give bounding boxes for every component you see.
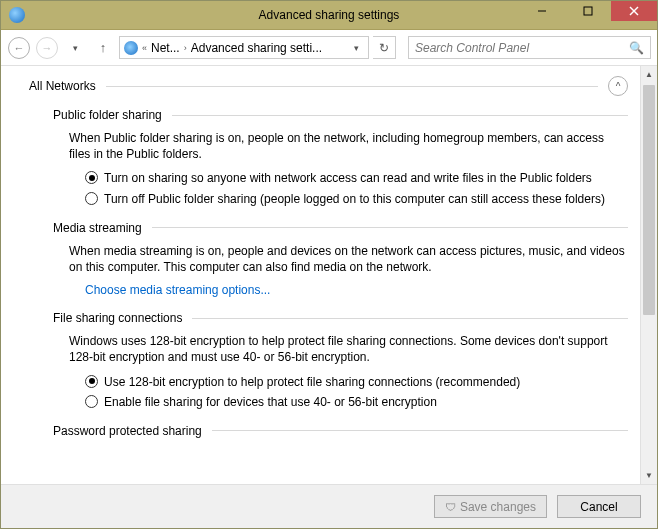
media-streaming-options-link[interactable]: Choose media streaming options... [85,283,628,297]
heading-text: Password protected sharing [53,424,202,438]
navbar: ← → ▾ ↑ « Net... › Advanced sharing sett… [1,30,657,66]
scroll-thumb[interactable] [643,85,655,315]
vertical-scrollbar[interactable]: ▲ ▼ [640,66,657,484]
cancel-button[interactable]: Cancel [557,495,641,518]
collapse-button[interactable]: ^ [608,76,628,96]
footer: 🛡 Save changes Cancel [1,484,657,528]
section-public-folder-sharing: Public folder sharing When Public folder… [53,108,628,207]
radio-icon [85,192,98,205]
shield-icon: 🛡 [445,501,456,513]
radio-public-off[interactable]: Turn off Public folder sharing (people l… [85,191,628,207]
search-icon: 🔍 [629,41,644,55]
content-area: All Networks ^ Public folder sharing Whe… [1,66,657,484]
breadcrumb-segment-1[interactable]: Net... [151,41,180,55]
section-description: When media streaming is on, people and d… [69,243,628,275]
radio-encryption-4056[interactable]: Enable file sharing for devices that use… [85,394,628,410]
section-password-protected-sharing: Password protected sharing [53,424,628,438]
chevron-up-icon: ^ [616,81,621,92]
heading-text: Public folder sharing [53,108,162,122]
scroll-up-button[interactable]: ▲ [641,66,657,83]
chevron-left-icon: « [142,43,147,53]
radio-icon [85,375,98,388]
divider [152,227,628,228]
chevron-down-icon: ▾ [73,43,78,53]
forward-arrow-icon: → [36,37,58,59]
location-icon [124,41,138,55]
divider [172,115,628,116]
address-dropdown-icon[interactable]: ▾ [348,43,364,53]
up-button[interactable]: ↑ [91,36,115,60]
recent-locations-button[interactable]: ▾ [63,36,87,60]
refresh-icon: ↻ [379,41,389,55]
encryption-radio-group: Use 128-bit encryption to help protect f… [85,374,628,410]
radio-icon [85,395,98,408]
search-input[interactable]: Search Control Panel 🔍 [408,36,651,59]
radio-icon [85,171,98,184]
section-heading: Media streaming [53,221,628,235]
radio-label: Enable file sharing for devices that use… [104,394,437,410]
search-placeholder: Search Control Panel [415,41,529,55]
divider [106,86,598,87]
heading-text: File sharing connections [53,311,182,325]
button-label: Cancel [580,500,617,514]
section-description: Windows uses 128-bit encryption to help … [69,333,628,365]
profile-name: All Networks [29,79,96,93]
address-bar[interactable]: « Net... › Advanced sharing setti... ▾ [119,36,369,59]
up-arrow-icon: ↑ [100,40,107,55]
radio-label: Turn on sharing so anyone with network a… [104,170,592,186]
window-frame: Advanced sharing settings ← → ▾ ↑ [0,0,658,529]
button-label: Save changes [460,500,536,514]
save-changes-button[interactable]: 🛡 Save changes [434,495,547,518]
profile-header[interactable]: All Networks ^ [29,76,628,96]
divider [192,318,628,319]
titlebar: Advanced sharing settings [1,1,657,30]
section-heading: Public folder sharing [53,108,628,122]
radio-encryption-128[interactable]: Use 128-bit encryption to help protect f… [85,374,628,390]
section-description: When Public folder sharing is on, people… [69,130,628,162]
chevron-right-icon: › [184,43,187,53]
section-media-streaming: Media streaming When media streaming is … [53,221,628,297]
radio-public-on[interactable]: Turn on sharing so anyone with network a… [85,170,628,186]
breadcrumb-segment-2[interactable]: Advanced sharing setti... [191,41,322,55]
window-title: Advanced sharing settings [1,8,657,22]
public-folder-radio-group: Turn on sharing so anyone with network a… [85,170,628,206]
section-heading: Password protected sharing [53,424,628,438]
section-file-sharing-connections: File sharing connections Windows uses 12… [53,311,628,410]
divider [212,430,628,431]
scroll-down-button[interactable]: ▼ [641,467,657,484]
heading-text: Media streaming [53,221,142,235]
radio-label: Use 128-bit encryption to help protect f… [104,374,520,390]
forward-button[interactable]: → [35,36,59,60]
refresh-button[interactable]: ↻ [373,36,396,59]
section-heading: File sharing connections [53,311,628,325]
back-button[interactable]: ← [7,36,31,60]
settings-panel: All Networks ^ Public folder sharing Whe… [1,66,640,484]
scroll-track[interactable] [641,83,657,467]
back-arrow-icon: ← [8,37,30,59]
radio-label: Turn off Public folder sharing (people l… [104,191,605,207]
